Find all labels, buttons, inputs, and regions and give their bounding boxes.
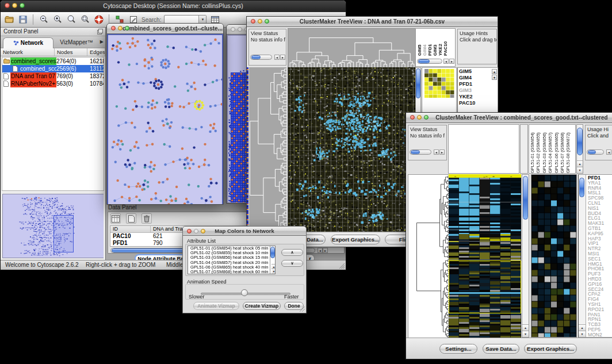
cluster-matrix-canvas[interactable]: [424, 69, 454, 98]
close-button[interactable]: [410, 115, 415, 120]
zoom-selected-icon[interactable]: [79, 14, 90, 25]
attribute-list-vscrollbar[interactable]: ▴ ▾: [270, 246, 275, 274]
network-nodes-count: 769(0): [56, 72, 90, 80]
scroll-left-icon[interactable]: ◂: [274, 55, 280, 60]
settings-button[interactable]: Settings...: [439, 344, 477, 354]
scroll-up-icon[interactable]: ▴: [577, 160, 583, 167]
resize-grip-icon[interactable]: [299, 305, 305, 312]
create-vizmap-button[interactable]: Create Vizmap: [243, 302, 281, 310]
network-list-row[interactable]: RNAPuberNov2+ 563(0) 107847(0): [2, 80, 104, 87]
row-label[interactable]: PFD1: [459, 81, 498, 87]
scroll-down-icon[interactable]: ▾: [579, 331, 586, 337]
float-panel-icon[interactable]: [97, 29, 103, 37]
export-graphics-button[interactable]: Export Graphics...: [331, 235, 380, 244]
scroll-right-icon[interactable]: ▸: [449, 59, 454, 64]
network-list-row[interactable]: DNA and Tran 07 769(0) 183728(0): [2, 72, 104, 80]
zoom-button[interactable]: [265, 19, 269, 24]
row-dendrogram-canvas[interactable]: [249, 67, 286, 233]
network-overview-panel[interactable]: [2, 194, 104, 258]
move-down-button[interactable]: ∨: [281, 260, 303, 267]
export-graphics-button[interactable]: Export Graphics...: [524, 344, 577, 354]
row-label[interactable]: YKE2: [459, 94, 498, 100]
column-label: GPL51-06 (GSM865): [554, 125, 560, 173]
zoom-button[interactable]: [125, 26, 129, 30]
scroll-down-icon[interactable]: ▾: [271, 269, 276, 274]
scroll-up-icon[interactable]: ▴: [522, 324, 529, 331]
scroll-left-icon[interactable]: ◂: [434, 150, 439, 155]
zoom-in-icon[interactable]: [52, 14, 63, 25]
move-up-button[interactable]: ∧: [281, 249, 303, 256]
zoom-button[interactable]: [424, 115, 429, 120]
scroll-down-icon[interactable]: ▾: [522, 331, 529, 337]
network-list-row[interactable]: combined_sco 2569(6) 13112(15): [2, 65, 104, 72]
column-dendrogram-panel[interactable]: [448, 124, 519, 174]
close-button[interactable]: [111, 26, 116, 30]
minimize-button[interactable]: [194, 229, 198, 233]
main-titlebar[interactable]: Cytoscape Desktop (Session Name: collins…: [1, 1, 346, 12]
scroll-up-icon[interactable]: ▴: [579, 324, 586, 331]
row-label[interactable]: GIM3: [459, 87, 498, 94]
zoom-button[interactable]: [20, 3, 25, 8]
overview-canvas[interactable]: [3, 194, 104, 258]
heatmap-vscrollbar[interactable]: ▴ ▾: [522, 174, 529, 338]
treeview2-titlebar[interactable]: ClusterMaker TreeView : combined_scores_…: [406, 113, 612, 123]
minimize-button[interactable]: [12, 3, 17, 8]
speed-slider-thumb[interactable]: [241, 289, 248, 296]
scroll-down-icon[interactable]: ▾: [577, 167, 583, 173]
animate-vizmap-button[interactable]: Animate Vizmap: [193, 302, 239, 310]
network1-canvas[interactable]: [108, 35, 222, 204]
gene-list-vscrollbar[interactable]: ▴ ▾: [579, 175, 586, 337]
zoom-button[interactable]: [201, 229, 205, 233]
row-label[interactable]: PAC10: [459, 100, 498, 106]
zoomed-heatmap-canvas[interactable]: [531, 174, 577, 338]
close-button[interactable]: [231, 27, 235, 32]
view-status-scrollbar[interactable]: [250, 55, 272, 60]
close-button[interactable]: [5, 3, 10, 8]
close-button[interactable]: [187, 229, 192, 233]
scroll-down-icon[interactable]: ▾: [492, 75, 497, 80]
minimize-button[interactable]: [238, 27, 242, 32]
network1-viewport[interactable]: [107, 34, 223, 204]
dialog-titlebar[interactable]: Map Colors to Network: [183, 227, 306, 236]
row-dendrogram-canvas[interactable]: [408, 174, 449, 339]
scroll-left-icon[interactable]: ◂: [318, 248, 323, 253]
minimize-button[interactable]: [417, 115, 422, 120]
expression-heatmap-canvas[interactable]: [449, 174, 521, 338]
tab-vizmapper[interactable]: VizMapper™: [55, 37, 98, 48]
more-tabs-icon[interactable]: ▶: [100, 39, 104, 44]
select-attributes-icon[interactable]: [110, 213, 121, 224]
open-folder-icon[interactable]: [3, 14, 14, 25]
resize-grip-icon[interactable]: [338, 262, 345, 269]
scroll-right-icon[interactable]: ▸: [280, 55, 285, 60]
treeview1-titlebar[interactable]: ClusterMaker TreeView : DNA and Tran 07-…: [247, 17, 498, 27]
zoom-out-icon[interactable]: [38, 14, 49, 25]
zoom-fit-icon[interactable]: [66, 14, 76, 25]
network-list-row[interactable]: combined_scores 2764(0) 16218(0): [2, 58, 104, 65]
mini-hscrollbar[interactable]: [417, 59, 442, 64]
similarity-heatmap-canvas[interactable]: [288, 67, 415, 233]
close-button[interactable]: [251, 19, 255, 24]
view-status-scrollbar[interactable]: [410, 150, 431, 155]
minimize-button[interactable]: [118, 26, 123, 30]
network1-titlebar[interactable]: combined_scores_good.txt--cluste...: [107, 24, 223, 34]
attribute-list[interactable]: GPL51-01 (GSM854) heat shock 05 minGPL51…: [188, 246, 276, 274]
help-lifering-icon[interactable]: [93, 14, 104, 25]
network-edges-count: 183728(0): [90, 72, 104, 80]
scroll-left-icon[interactable]: ◂: [443, 59, 449, 64]
labels-vscrollbar[interactable]: ▴ ▾: [576, 124, 583, 174]
save-data-button[interactable]: Save Data...: [483, 344, 519, 354]
usage-scrollbar[interactable]: [587, 150, 604, 155]
scroll-left-icon[interactable]: ◂: [606, 150, 611, 155]
scroll-up-icon[interactable]: ▴: [492, 69, 497, 74]
column-dendrogram-canvas[interactable]: [288, 28, 416, 68]
scroll-right-icon[interactable]: ▸: [323, 248, 328, 253]
gene-label[interactable]: MON2: [588, 332, 604, 338]
scroll-right-icon[interactable]: ▸: [439, 150, 445, 155]
new-attribute-icon[interactable]: [126, 213, 136, 224]
combo-arrow-icon[interactable]: ▼: [198, 16, 206, 24]
attribute-item[interactable]: GPL51-07 (GSM868) heat shock 60 min: [189, 270, 275, 274]
tab-network[interactable]: Network: [3, 37, 53, 48]
save-icon[interactable]: [17, 14, 28, 25]
delete-attribute-icon[interactable]: [141, 213, 152, 224]
minimize-button[interactable]: [258, 19, 262, 24]
